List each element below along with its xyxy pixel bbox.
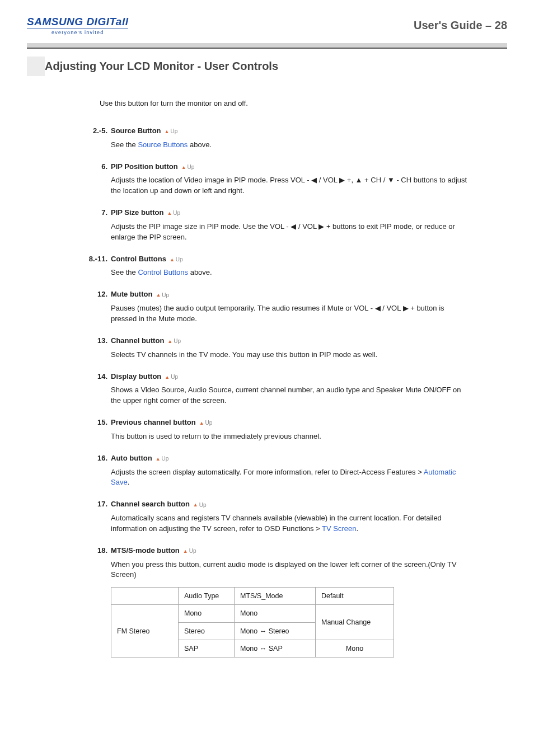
item-body: Pauses (mutes) the audio output temporar… [111, 303, 468, 325]
table-rowlabel: FM Stereo [111, 605, 179, 657]
body-text: Adjusts the screen display automatically… [111, 468, 424, 476]
item-mute-button: 12. Mute button ▲Up Pauses (mutes) the a… [83, 289, 468, 325]
item-title: MTS/S-mode button [111, 546, 180, 556]
item-number: 13. [83, 336, 107, 346]
item-body: When you press this button, current audi… [111, 560, 468, 581]
table-cell: Stereo [179, 622, 235, 640]
item-channel-button: 13. Channel button ▲Up Selects TV channe… [83, 336, 468, 360]
table-cell: SAP [179, 640, 235, 657]
up-link[interactable]: ▲Up [167, 337, 181, 346]
control-buttons-link[interactable]: Control Buttons [138, 268, 188, 276]
up-link[interactable]: ▲Up [193, 501, 207, 510]
up-arrow-icon: ▲ [355, 176, 363, 184]
page-number: User's Guide – 28 [414, 19, 507, 32]
table-cell: Mono [316, 640, 394, 657]
item-title: Source Button [111, 126, 161, 137]
up-link[interactable]: ▲Up [156, 455, 169, 463]
body-text: / VOL [296, 222, 318, 231]
up-triangle-icon: ▲ [199, 420, 204, 427]
item-title: Previous channel button [111, 417, 196, 428]
item-number: 18. [83, 546, 107, 556]
table-cell: Manual Change [316, 605, 394, 640]
right-arrow-icon: ▶ [339, 176, 345, 184]
item-pip-position: 6. PIP Position button ▲Up Adjusts the l… [83, 162, 468, 197]
item-number: 17. [83, 499, 107, 510]
body-text: above. [188, 268, 212, 276]
up-link[interactable]: ▲Up [165, 373, 178, 382]
up-triangle-icon: ▲ [165, 374, 170, 381]
page-header: SAMSUNG DIGITall everyone's invited User… [0, 0, 534, 43]
table-cell: Mono [235, 605, 316, 622]
up-link[interactable]: ▲Up [199, 419, 213, 428]
item-body: Adjusts the location of Video image in P… [111, 175, 468, 196]
up-triangle-icon: ▲ [156, 292, 161, 299]
item-body: Selects TV channels in the TV mode. You … [111, 350, 468, 360]
up-triangle-icon: ▲ [167, 210, 172, 217]
up-link[interactable]: ▲Up [156, 292, 169, 300]
body-text: . [128, 478, 130, 486]
item-body: Shows a Video Source, Audio Source, curr… [111, 385, 468, 406]
bidir-arrow-icon: ↔ [260, 645, 267, 652]
table-cell: Mono ↔ SAP [235, 640, 316, 657]
table-cell: Mono [179, 605, 235, 622]
item-number: 2.-5. [83, 126, 107, 137]
left-arrow-icon: ◀ [311, 176, 317, 184]
table-row: Audio Type MTS/S_Mode Default [111, 588, 394, 605]
up-triangle-icon: ▲ [193, 501, 198, 509]
up-triangle-icon: ▲ [156, 456, 161, 463]
up-triangle-icon: ▲ [181, 164, 186, 171]
item-body: This button is used to return to the imm… [111, 431, 468, 442]
down-arrow-icon: ▼ [387, 176, 395, 184]
up-label: Up [188, 163, 195, 172]
item-number: 8.-11. [83, 254, 107, 265]
cell-text: Mono [240, 645, 260, 652]
up-link[interactable]: ▲Up [181, 163, 195, 172]
up-label: Up [174, 337, 181, 346]
item-title: Auto button [111, 453, 152, 464]
left-arrow-icon: ◀ [291, 222, 296, 231]
bidir-arrow-icon: ↔ [260, 627, 267, 635]
body-text: Pauses (mutes) the audio output temporar… [111, 304, 375, 312]
table-header: Audio Type [179, 588, 235, 605]
up-label: Up [170, 128, 177, 136]
right-arrow-icon: ▶ [403, 304, 409, 312]
source-buttons-link[interactable]: Source Buttons [138, 140, 188, 149]
header-divider-thin [27, 48, 507, 49]
up-link[interactable]: ▲Up [170, 256, 183, 264]
table-row: FM Stereo Mono Mono Manual Change [111, 605, 394, 622]
item-body: See the Source Buttons above. [111, 140, 468, 151]
intro-text: Use this button for turn the monitor on … [100, 98, 468, 109]
up-triangle-icon: ▲ [167, 338, 172, 345]
up-label: Up [171, 373, 178, 382]
body-text: + CH / [362, 176, 387, 184]
table-cell: Mono ↔ Stereo [235, 622, 316, 640]
item-body: Automatically scans and registers TV cha… [111, 513, 468, 534]
up-link[interactable]: ▲Up [165, 128, 178, 136]
up-link[interactable]: ▲Up [183, 547, 196, 556]
cell-text: SAP [266, 645, 283, 652]
item-title: Mute button [111, 289, 152, 300]
up-label: Up [173, 209, 180, 218]
item-title: Display button [111, 372, 161, 382]
up-link[interactable]: ▲Up [167, 209, 180, 218]
section-title-pad [27, 57, 45, 76]
cell-text: Mono [240, 627, 260, 635]
section-title-bar: Adjusting Your LCD Monitor - User Contro… [27, 57, 507, 76]
body-text: See the [111, 140, 138, 149]
item-number: 7. [83, 208, 107, 218]
logo-tagline: everyone's invited [51, 30, 104, 35]
up-label: Up [205, 419, 213, 428]
item-mts-smode: 18. MTS/S-mode button ▲Up When you press… [83, 546, 468, 658]
item-previous-channel: 15. Previous channel button ▲Up This but… [83, 417, 468, 442]
item-number: 12. [83, 289, 107, 300]
body-text: above. [188, 140, 212, 149]
body-text: +, [345, 176, 355, 184]
up-triangle-icon: ▲ [183, 548, 188, 555]
up-label: Up [162, 455, 169, 463]
tv-screen-link[interactable]: TV Screen [322, 524, 356, 533]
item-body: Adjusts the screen display automatically… [111, 467, 468, 489]
logo-text: SAMSUNG DIGITall [27, 16, 128, 29]
left-arrow-icon: ◀ [375, 304, 381, 312]
table-header: MTS/S_Mode [235, 588, 316, 605]
up-label: Up [199, 501, 207, 510]
